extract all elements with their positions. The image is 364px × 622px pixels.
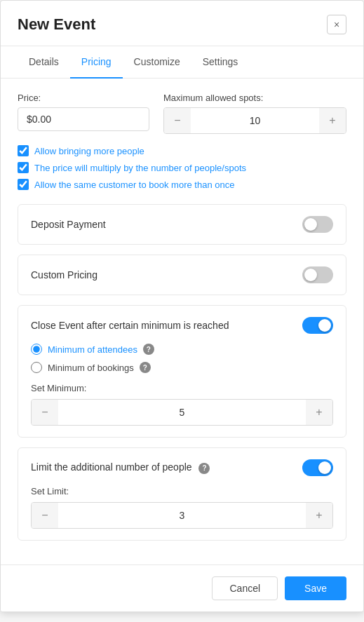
bookings-info-icon[interactable]: ? (140, 362, 151, 373)
close-event-body: Minimum of attendees ? Minimum of bookin… (31, 344, 333, 426)
spots-value-input[interactable] (191, 109, 319, 132)
limit-additional-title-text: Limit the additional number of people (31, 461, 192, 473)
radio-bookings-input[interactable] (31, 362, 42, 373)
minimum-number-input: − + (31, 399, 333, 426)
limit-increment-button[interactable]: + (306, 503, 332, 528)
minimum-value-input[interactable] (58, 401, 306, 424)
save-button[interactable]: Save (285, 576, 346, 600)
limit-additional-body: Set Limit: − + (31, 486, 333, 529)
deposit-header: Deposit Payment (31, 216, 333, 233)
limit-additional-title: Limit the additional number of people ? (31, 461, 210, 474)
set-minimum-label: Set Minimum: (31, 383, 333, 393)
set-limit-label: Set Limit: (31, 486, 333, 496)
tab-settings[interactable]: Settings (191, 46, 250, 79)
limit-additional-toggle-slider (302, 459, 333, 476)
attendees-info-icon[interactable]: ? (143, 344, 154, 355)
price-input[interactable] (18, 107, 149, 131)
deposit-payment-section: Deposit Payment (18, 204, 346, 245)
radio-attendees-label: Minimum of attendees (48, 344, 137, 355)
checkbox-same-customer-label: Allow the same customer to book more tha… (34, 180, 234, 190)
price-field-group: Price: (18, 93, 149, 134)
close-event-title: Close Event after certain minimum is rea… (31, 320, 229, 331)
checkbox-price-multiply-input[interactable] (18, 162, 29, 173)
minimum-radio-group: Minimum of attendees ? Minimum of bookin… (31, 344, 333, 373)
close-event-toggle[interactable] (302, 317, 333, 334)
spots-decrement-button[interactable]: − (164, 108, 191, 133)
tab-details[interactable]: Details (18, 46, 70, 79)
checkboxes-group: Allow bringing more people The price wil… (18, 145, 346, 190)
radio-attendees[interactable]: Minimum of attendees ? (31, 344, 333, 355)
minimum-increment-button[interactable]: + (306, 400, 332, 425)
spots-increment-button[interactable]: + (319, 108, 346, 133)
checkbox-allow-bringing[interactable]: Allow bringing more people (18, 145, 346, 156)
close-event-section: Close Event after certain minimum is rea… (18, 305, 346, 438)
close-event-header: Close Event after certain minimum is rea… (31, 317, 333, 334)
modal-header: New Event × (1, 1, 363, 46)
tabs-bar: Details Pricing Customize Settings (1, 46, 363, 79)
close-button[interactable]: × (327, 15, 346, 34)
deposit-toggle[interactable] (302, 216, 333, 233)
deposit-title: Deposit Payment (31, 219, 106, 230)
custom-pricing-toggle[interactable] (302, 266, 333, 283)
spots-field-group: Maximum allowed spots: − + (163, 93, 346, 134)
price-label: Price: (18, 93, 149, 103)
radio-attendees-input[interactable] (31, 344, 42, 355)
tab-pricing[interactable]: Pricing (70, 46, 123, 79)
deposit-toggle-slider (302, 216, 333, 233)
custom-pricing-title: Custom Pricing (31, 269, 97, 280)
new-event-modal: New Event × Details Pricing Customize Se… (0, 0, 364, 612)
custom-pricing-section: Custom Pricing (18, 255, 346, 295)
limit-number-input: − + (31, 502, 333, 529)
tab-content: Price: Maximum allowed spots: − + Allow … (1, 79, 363, 564)
limit-additional-section: Limit the additional number of people ? … (18, 447, 346, 541)
checkbox-same-customer-input[interactable] (18, 179, 29, 190)
price-spots-row: Price: Maximum allowed spots: − + (18, 93, 346, 134)
limit-additional-header: Limit the additional number of people ? (31, 459, 333, 476)
checkbox-allow-bringing-input[interactable] (18, 145, 29, 156)
limit-additional-info-icon[interactable]: ? (198, 463, 210, 474)
limit-decrement-button[interactable]: − (32, 503, 58, 528)
custom-pricing-header: Custom Pricing (31, 266, 333, 283)
custom-pricing-toggle-slider (302, 266, 333, 283)
minimum-decrement-button[interactable]: − (32, 400, 58, 425)
checkbox-price-multiply-label: The price will multiply by the number of… (34, 163, 246, 173)
spots-label: Maximum allowed spots: (163, 93, 346, 103)
modal-footer: Cancel Save (1, 564, 363, 611)
tab-customize[interactable]: Customize (123, 46, 191, 79)
spots-number-input: − + (163, 107, 346, 134)
radio-bookings[interactable]: Minimum of bookings ? (31, 362, 333, 373)
radio-bookings-label: Minimum of bookings (48, 363, 134, 373)
modal-title: New Event (18, 15, 95, 34)
close-event-toggle-slider (302, 317, 333, 334)
limit-additional-toggle[interactable] (302, 459, 333, 476)
checkbox-allow-bringing-label: Allow bringing more people (34, 146, 144, 156)
checkbox-same-customer[interactable]: Allow the same customer to book more tha… (18, 179, 346, 190)
limit-value-input[interactable] (58, 504, 306, 527)
checkbox-price-multiply[interactable]: The price will multiply by the number of… (18, 162, 346, 173)
cancel-button[interactable]: Cancel (212, 576, 278, 600)
